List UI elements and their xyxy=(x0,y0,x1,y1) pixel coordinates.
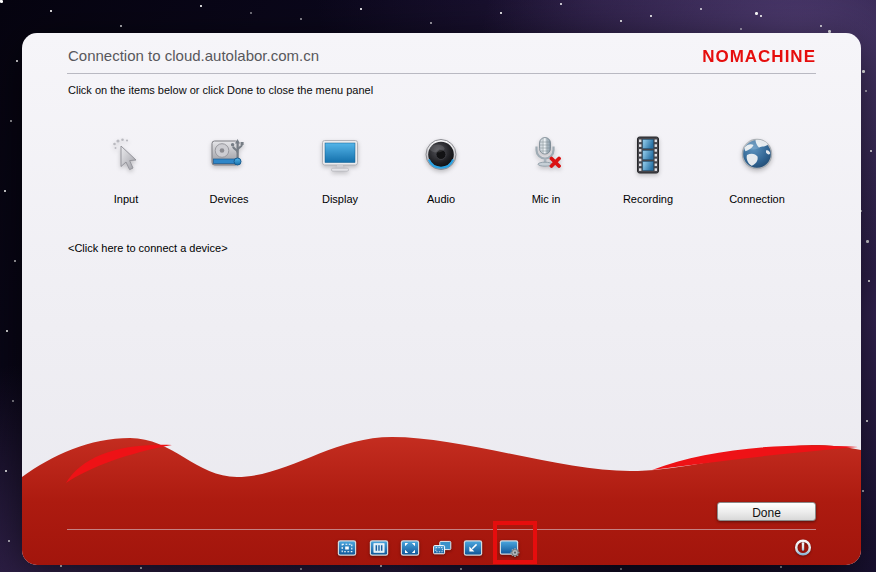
viewport-panel-button[interactable] xyxy=(369,538,389,558)
fit-to-window-icon xyxy=(337,538,357,558)
header-divider xyxy=(67,73,816,74)
window-mode-button[interactable] xyxy=(463,538,483,558)
menu-item-label: Audio xyxy=(393,193,489,205)
menu-item-mic-in[interactable]: Mic in xyxy=(498,134,594,205)
menu-item-recording[interactable]: Recording xyxy=(600,134,696,205)
power-icon xyxy=(793,537,813,557)
menu-item-audio[interactable]: Audio xyxy=(393,134,489,205)
power-button[interactable] xyxy=(793,537,813,557)
nomachine-logo: NOMACHINE xyxy=(702,48,816,66)
menu-item-label: Devices xyxy=(181,193,277,205)
multi-monitor-icon xyxy=(431,538,453,558)
highlight-box xyxy=(493,521,537,564)
fullscreen-icon xyxy=(400,538,420,558)
starfield-bright xyxy=(0,0,3,3)
menu-item-devices[interactable]: Devices xyxy=(181,134,277,205)
connection-globe-icon xyxy=(735,134,779,178)
fullscreen-button[interactable] xyxy=(400,538,420,558)
mic-in-muted-icon xyxy=(524,134,568,178)
done-button[interactable]: Done xyxy=(717,502,816,521)
menu-item-input[interactable]: Input xyxy=(78,134,174,205)
input-cursor-icon xyxy=(104,134,148,178)
menu-panel: Connection to cloud.autolabor.com.cn NOM… xyxy=(22,33,861,565)
menu-item-label: Input xyxy=(78,193,174,205)
menu-item-display[interactable]: Display xyxy=(292,134,388,205)
menu-item-label: Recording xyxy=(600,193,696,205)
menu-item-label: Display xyxy=(292,193,388,205)
display-monitor-icon xyxy=(318,134,362,178)
recording-film-icon xyxy=(626,134,670,178)
page-title: Connection to cloud.autolabor.com.cn xyxy=(68,47,319,64)
menu-item-connection[interactable]: Connection xyxy=(709,134,805,205)
footer-divider xyxy=(67,529,816,530)
viewport-panel-icon xyxy=(369,538,389,558)
menu-item-label: Connection xyxy=(709,193,805,205)
devices-usb-drive-icon xyxy=(207,134,251,178)
menu-item-label: Mic in xyxy=(498,193,594,205)
audio-speaker-icon xyxy=(419,134,463,178)
mic-muted-x-icon xyxy=(552,159,560,167)
desktop-background: Connection to cloud.autolabor.com.cn NOM… xyxy=(0,0,876,572)
instructions-text: Click on the items below or click Done t… xyxy=(68,84,373,96)
fit-to-window-button[interactable] xyxy=(337,538,357,558)
connect-device-link[interactable]: <Click here to connect a device> xyxy=(68,242,228,254)
window-mode-icon xyxy=(463,538,483,558)
multi-monitor-button[interactable] xyxy=(431,538,453,558)
